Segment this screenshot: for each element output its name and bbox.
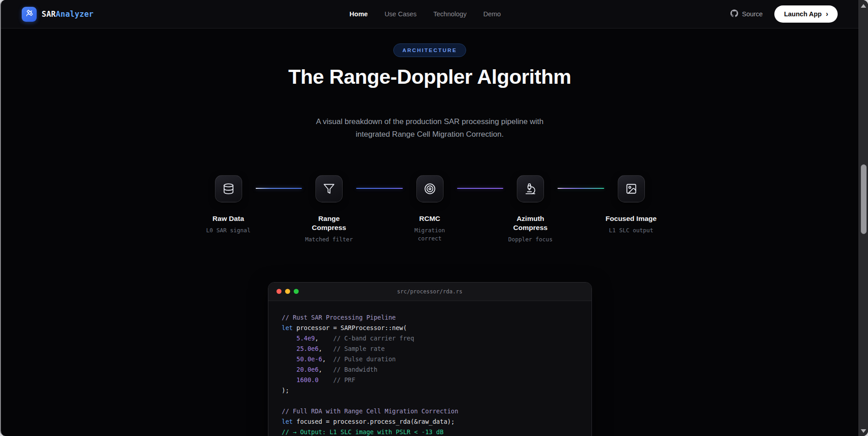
minimize-icon [285, 289, 290, 294]
source-label: Source [742, 10, 763, 18]
code-line: ); [282, 385, 578, 396]
pipeline-connector [256, 188, 302, 189]
code-token-comment: // PRF [333, 376, 355, 383]
launch-app-label: Launch App [784, 10, 821, 18]
code-token-plain [282, 335, 297, 342]
code-token-plain: , [315, 335, 334, 342]
github-icon [730, 10, 738, 19]
architecture-badge: ARCHITECTURE [393, 43, 466, 57]
stage-label: Range Compress [302, 214, 356, 232]
stage-label: Raw Data [213, 214, 244, 223]
code-token-plain: , [322, 355, 333, 363]
nav-right: Source Launch App › [730, 5, 838, 23]
source-link[interactable]: Source [730, 10, 763, 19]
code-line: // → Output: L1 SLC image with PSLR < -1… [282, 427, 578, 436]
traffic-lights [277, 289, 299, 294]
code-line: let processor = SARProcessor::new( [282, 323, 578, 333]
code-line: let focused = processor.process_rda(&raw… [282, 417, 578, 427]
pipeline-connector [457, 188, 504, 189]
code-line: 1600.0 // PRF [282, 375, 578, 385]
code-token-comment: // Bandwidth [333, 366, 377, 373]
pipeline-stage: Focused ImageL1 SLC output [604, 175, 658, 235]
subtitle-line-1: A visual breakdown of the production SAR… [316, 115, 544, 128]
code-token-plain [282, 366, 297, 373]
code-line: // Rust SAR Processing Pipeline [282, 312, 578, 323]
close-icon [277, 289, 281, 294]
code-token-num: 20.0e6 [296, 366, 319, 373]
maximize-icon [294, 289, 299, 294]
nav-item-demo[interactable]: Demo [483, 10, 501, 18]
pipeline-connector [356, 188, 403, 189]
microscope-icon [517, 175, 544, 202]
code-window-header: src/processor/rda.rs [268, 283, 591, 301]
stage-label: Focused Image [606, 214, 657, 223]
code-token-num: 1600.0 [296, 376, 319, 383]
code-token-num: 5.4e9 [296, 335, 315, 342]
chevron-right-icon: › [826, 12, 828, 16]
stage-sublabel: Migration correct [403, 226, 457, 243]
browser-frame: SARAnalyzer HomeUse CasesTechnologyDemo … [0, 0, 868, 436]
nav-item-use-cases[interactable]: Use Cases [385, 10, 417, 18]
code-token-plain [282, 376, 297, 383]
navbar: SARAnalyzer HomeUse CasesTechnologyDemo … [1, 0, 858, 29]
image-icon [618, 175, 645, 202]
scrollbar-up-arrow-icon[interactable] [861, 4, 866, 8]
pipeline-connector [558, 188, 604, 189]
satellite-icon [25, 9, 33, 19]
code-token-num: 25.0e6 [296, 345, 319, 352]
pipeline-stage: RCMCMigration correct [403, 175, 457, 243]
code-token-plain: ); [282, 387, 289, 394]
stage-label: Azimuth Compress [503, 214, 558, 232]
vertical-scrollbar[interactable] [858, 0, 868, 436]
pipeline-stage: Raw DataL0 SAR signal [201, 175, 256, 235]
brand[interactable]: SARAnalyzer [22, 7, 94, 22]
brand-suffix: Analyzer [56, 10, 93, 19]
pipeline-diagram: Raw DataL0 SAR signalRange CompressMatch… [201, 175, 658, 244]
code-token-plain [282, 345, 297, 352]
funnel-icon [315, 175, 343, 202]
scrollbar-down-arrow-icon[interactable] [861, 429, 866, 433]
code-token-comment: // C-band carrier freq [333, 335, 414, 342]
code-token-plain: , [319, 366, 334, 373]
nav-links: HomeUse CasesTechnologyDemo [349, 10, 501, 18]
brand-logo [22, 7, 37, 22]
code-token-plain [319, 376, 334, 383]
nav-item-home[interactable]: Home [349, 10, 367, 18]
code-body: // Rust SAR Processing Pipelinelet proce… [268, 301, 591, 436]
stage-sublabel: Matched filter [305, 235, 353, 244]
page: SARAnalyzer HomeUse CasesTechnologyDemo … [1, 0, 858, 436]
code-token-kw: let [282, 418, 293, 425]
code-token-doc: // Rust SAR Processing Pipeline [282, 314, 396, 321]
code-token-comment: // Sample rate [333, 345, 385, 352]
code-line: 50.0e-6, // Pulse duration [282, 354, 578, 364]
code-token-plain: , [319, 345, 334, 352]
code-token-plain: processor = SARProcessor::new( [293, 324, 407, 331]
pipeline-stage: Azimuth CompressDoppler focus [503, 175, 558, 244]
database-icon [215, 175, 242, 202]
stage-sublabel: L0 SAR signal [206, 226, 251, 235]
scrollbar-thumb[interactable] [861, 164, 867, 234]
nav-item-technology[interactable]: Technology [434, 10, 467, 18]
target-icon [416, 175, 444, 202]
main-content: ARCHITECTURE The Range-Doppler Algorithm… [1, 29, 858, 436]
brand-prefix: SAR [42, 10, 56, 19]
code-token-comment: // Pulse duration [333, 355, 396, 363]
launch-app-button[interactable]: Launch App › [774, 5, 838, 23]
subtitle-line-2: integrated Range Cell Migration Correcti… [316, 128, 544, 141]
pipeline-stage: Range CompressMatched filter [302, 175, 356, 244]
app-window: SARAnalyzer HomeUse CasesTechnologyDemo … [0, 0, 868, 436]
code-token-kw: let [282, 324, 293, 331]
stage-label: RCMC [419, 214, 440, 223]
code-line: 5.4e9, // C-band carrier freq [282, 333, 578, 344]
code-token-doc: // Full RDA with Range Cell Migration Co… [282, 407, 458, 415]
code-filename: src/processor/rda.rs [268, 288, 591, 295]
code-line: // Full RDA with Range Cell Migration Co… [282, 406, 578, 417]
page-title: The Range-Doppler Algorithm [288, 65, 571, 89]
code-token-output: // → Output: L1 SLC image with PSLR < -1… [282, 428, 444, 436]
brand-text: SARAnalyzer [42, 10, 94, 19]
code-window: src/processor/rda.rs // Rust SAR Process… [268, 282, 592, 436]
stage-sublabel: L1 SLC output [609, 226, 653, 235]
code-line: ​ [282, 396, 578, 406]
code-line: 25.0e6, // Sample rate [282, 344, 578, 354]
code-line: 20.0e6, // Bandwidth [282, 364, 578, 375]
